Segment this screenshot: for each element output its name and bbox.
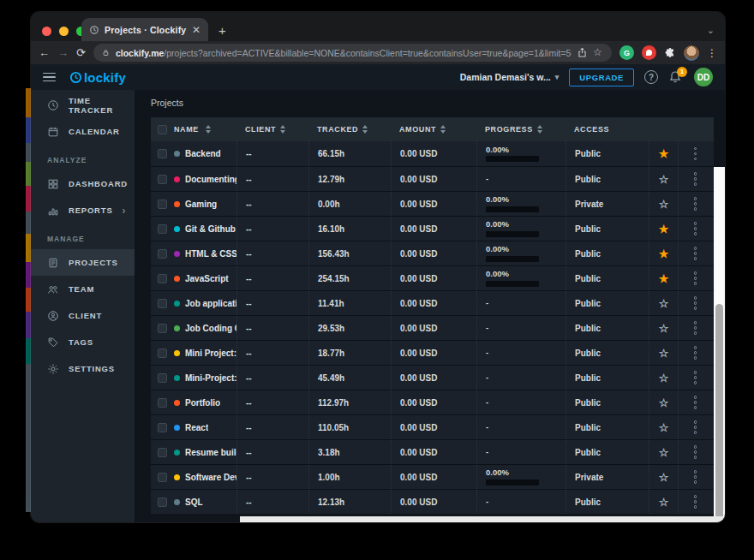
- row-menu-button[interactable]: [678, 217, 712, 241]
- favorite-star-icon[interactable]: ☆: [649, 415, 678, 439]
- row-checkbox[interactable]: [158, 349, 167, 358]
- tab-search-icon[interactable]: ⌄: [707, 25, 715, 36]
- row-checkbox[interactable]: [158, 200, 167, 209]
- project-name[interactable]: Job application: [185, 299, 236, 308]
- table-row[interactable]: Gaming -- 0.00h 0.00 USD 0.00% Private ☆: [151, 191, 714, 216]
- url-text[interactable]: clockify.me/projects?archived=ACTIVE&bil…: [116, 48, 571, 58]
- table-row[interactable]: SQL -- 12.13h 0.00 USD - Public ☆: [151, 489, 714, 514]
- row-checkbox[interactable]: [158, 497, 167, 507]
- sidebar-item-calendar[interactable]: CALENDAR: [31, 118, 135, 145]
- project-name[interactable]: Job Coding C...: [185, 324, 236, 333]
- window-controls[interactable]: [42, 27, 86, 36]
- row-menu-button[interactable]: [678, 440, 712, 464]
- sidebar-item-tags[interactable]: TAGS: [31, 329, 135, 355]
- table-row[interactable]: React -- 110.05h 0.00 USD - Public ☆: [151, 414, 714, 439]
- favorite-star-icon[interactable]: ☆: [649, 341, 678, 365]
- table-row[interactable]: Git & Github -- 16.10h 0.00 USD 0.00% Pu…: [151, 216, 714, 241]
- sidebar-item-dashboard[interactable]: DASHBOARD: [31, 170, 135, 197]
- column-amount[interactable]: AMOUNT: [399, 125, 436, 134]
- table-row[interactable]: Software Dev... -- 1.00h 0.00 USD 0.00% …: [151, 464, 714, 489]
- sort-icon[interactable]: [537, 125, 542, 134]
- row-menu-button[interactable]: [678, 490, 712, 514]
- sidebar-item-projects[interactable]: PROJECTS: [31, 249, 135, 276]
- new-tab-button[interactable]: +: [218, 23, 226, 38]
- browser-profile-avatar[interactable]: [684, 45, 699, 61]
- row-menu-button[interactable]: [678, 141, 712, 166]
- sidebar-item-reports[interactable]: REPORTS›: [31, 197, 135, 223]
- table-row[interactable]: Backend -- 66.15h 0.00 USD 0.00% Public …: [151, 141, 714, 166]
- row-menu-button[interactable]: [678, 415, 712, 439]
- sidebar-item-team[interactable]: TEAM: [31, 276, 135, 302]
- row-menu-button[interactable]: [678, 390, 712, 414]
- row-checkbox[interactable]: [158, 175, 167, 184]
- notifications-button[interactable]: 1: [668, 70, 684, 85]
- table-row[interactable]: Job Coding C... -- 29.53h 0.00 USD - Pub…: [151, 315, 714, 340]
- favorite-star-icon[interactable]: ☆: [649, 490, 678, 514]
- favorite-star-icon[interactable]: ☆: [649, 465, 678, 489]
- project-name[interactable]: Software Dev...: [185, 473, 236, 482]
- favorite-star-icon[interactable]: ★: [649, 241, 678, 265]
- row-checkbox[interactable]: [158, 149, 167, 158]
- table-row[interactable]: HTML & CSS -- 156.43h 0.00 USD 0.00% Pub…: [151, 241, 714, 265]
- clockify-logo[interactable]: lockify: [69, 70, 126, 85]
- row-checkbox[interactable]: [158, 423, 167, 432]
- favorite-star-icon[interactable]: ☆: [649, 167, 678, 191]
- row-checkbox[interactable]: [158, 274, 167, 283]
- forward-button[interactable]: →: [57, 47, 69, 58]
- favorite-star-icon[interactable]: ☆: [649, 440, 678, 464]
- row-checkbox[interactable]: [158, 299, 167, 308]
- user-avatar[interactable]: DD: [694, 68, 713, 86]
- grammarly-extension-icon[interactable]: G: [619, 45, 634, 60]
- row-checkbox[interactable]: [158, 324, 167, 333]
- sidebar-item-settings[interactable]: SETTINGS: [31, 355, 135, 382]
- sort-icon[interactable]: [362, 125, 368, 134]
- project-name[interactable]: Mini Project: t...: [185, 349, 236, 358]
- page-scrollbar[interactable]: [714, 167, 725, 522]
- project-name[interactable]: SQL: [185, 497, 203, 507]
- table-row[interactable]: Portfolio -- 112.97h 0.00 USD - Public ☆: [151, 390, 714, 414]
- table-row[interactable]: Job application -- 11.41h 0.00 USD - Pub…: [151, 290, 714, 315]
- project-name[interactable]: Portfolio: [185, 398, 220, 408]
- sidebar-item-time-tracker[interactable]: TIME TRACKER: [31, 92, 135, 118]
- table-row[interactable]: Resume build... -- 3.18h 0.00 USD - Publ…: [151, 439, 714, 464]
- project-name[interactable]: Backend: [185, 149, 221, 158]
- row-menu-button[interactable]: [678, 266, 712, 290]
- hamburger-menu-icon[interactable]: [43, 73, 56, 82]
- close-window-button[interactable]: [42, 27, 51, 36]
- column-name[interactable]: NAME: [174, 125, 199, 134]
- select-all-checkbox[interactable]: [158, 125, 167, 134]
- row-menu-button[interactable]: [678, 341, 712, 365]
- sort-icon[interactable]: [206, 125, 211, 134]
- horizontal-scrollbar[interactable]: [240, 516, 725, 522]
- row-menu-button[interactable]: [678, 167, 712, 191]
- favorite-star-icon[interactable]: ☆: [649, 366, 678, 390]
- row-checkbox[interactable]: [158, 473, 167, 482]
- share-icon[interactable]: [577, 47, 588, 58]
- favorite-star-icon[interactable]: ★: [649, 141, 678, 166]
- reload-button[interactable]: ⟳: [76, 47, 86, 58]
- address-bar[interactable]: clockify.me/projects?archived=ACTIVE&bil…: [93, 44, 612, 62]
- project-name[interactable]: Resume build...: [185, 448, 236, 457]
- row-menu-button[interactable]: [678, 291, 712, 315]
- upgrade-button[interactable]: UPGRADE: [569, 69, 634, 86]
- sort-icon[interactable]: [440, 125, 446, 134]
- bookmark-star-icon[interactable]: ☆: [593, 47, 604, 58]
- project-name[interactable]: Mini-Project: ...: [185, 373, 236, 383]
- row-checkbox[interactable]: [158, 249, 167, 259]
- table-row[interactable]: Documenting -- 12.79h 0.00 USD - Public …: [151, 166, 714, 191]
- table-row[interactable]: JavaScript -- 254.15h 0.00 USD 0.00% Pub…: [151, 265, 714, 290]
- row-checkbox[interactable]: [158, 448, 167, 457]
- row-checkbox[interactable]: [158, 224, 167, 234]
- row-menu-button[interactable]: [678, 465, 712, 489]
- project-name[interactable]: HTML & CSS: [185, 249, 236, 259]
- browser-tab[interactable]: Projects · Clockify ✕: [81, 18, 208, 41]
- red-extension-icon[interactable]: [642, 45, 656, 60]
- row-checkbox[interactable]: [158, 398, 167, 408]
- scrollbar-thumb[interactable]: [715, 304, 723, 522]
- close-tab-icon[interactable]: ✕: [192, 25, 200, 35]
- column-progress[interactable]: PROGRESS: [485, 125, 533, 134]
- project-name[interactable]: JavaScript: [185, 274, 229, 283]
- browser-menu-icon[interactable]: ⋮: [707, 47, 717, 59]
- minimize-window-button[interactable]: [59, 27, 69, 36]
- favorite-star-icon[interactable]: ☆: [649, 390, 678, 414]
